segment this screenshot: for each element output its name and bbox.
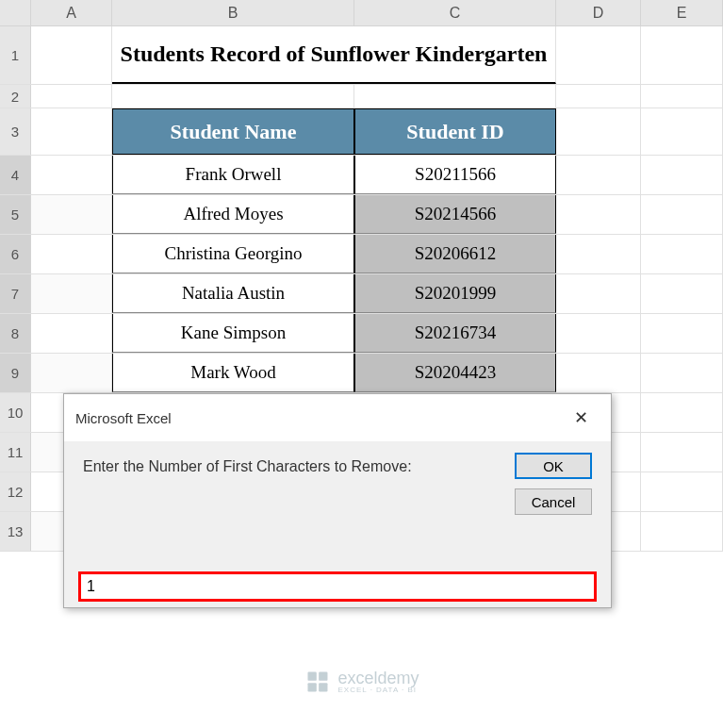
cell-A8[interactable] <box>31 314 112 353</box>
row-header-12[interactable]: 12 <box>0 472 31 511</box>
cell-D3[interactable] <box>556 108 641 155</box>
cell-id-3[interactable]: S20201999 <box>354 274 556 313</box>
cell-A9[interactable] <box>31 354 112 392</box>
cell-A2[interactable] <box>31 85 112 108</box>
cell-E2[interactable] <box>641 85 723 108</box>
row-header-13[interactable]: 13 <box>0 512 31 551</box>
cell-E6[interactable] <box>641 235 723 273</box>
cell-D2[interactable] <box>556 85 641 108</box>
cell-B2[interactable] <box>112 85 354 108</box>
cell-A3[interactable] <box>31 108 112 155</box>
svg-rect-0 <box>307 672 316 681</box>
row-header-6[interactable]: 6 <box>0 235 31 273</box>
row-header-11[interactable]: 11 <box>0 433 31 472</box>
cell-name-4[interactable]: Kane Simpson <box>112 314 354 353</box>
watermark-brand: exceldemy <box>337 670 419 687</box>
cell-E4[interactable] <box>641 156 723 194</box>
col-header-B[interactable]: B <box>112 0 354 25</box>
svg-rect-1 <box>319 672 327 681</box>
row-header-3[interactable]: 3 <box>0 108 31 155</box>
row-header-4[interactable]: 4 <box>0 156 31 194</box>
watermark-icon <box>304 669 330 695</box>
row-header-8[interactable]: 8 <box>0 314 31 353</box>
cell-E9[interactable] <box>641 354 723 392</box>
cell-D7[interactable] <box>556 274 641 313</box>
cell-A1[interactable] <box>31 26 112 84</box>
dialog-title-bar[interactable]: Microsoft Excel ✕ <box>64 394 611 441</box>
col-header-E[interactable]: E <box>641 0 723 25</box>
svg-rect-2 <box>307 683 316 691</box>
dialog-input[interactable] <box>78 571 597 602</box>
watermark-tagline: EXCEL · DATA · BI <box>337 687 419 694</box>
cell-C2[interactable] <box>354 85 556 108</box>
header-student-name[interactable]: Student Name <box>112 108 354 155</box>
cell-E3[interactable] <box>641 108 723 155</box>
ok-button[interactable]: OK <box>515 453 592 479</box>
header-student-id[interactable]: Student ID <box>354 108 556 155</box>
col-header-A[interactable]: A <box>31 0 112 25</box>
col-header-C[interactable]: C <box>354 0 556 25</box>
dialog-title: Microsoft Excel <box>75 410 172 426</box>
cell-E12[interactable] <box>641 472 723 511</box>
input-dialog: Microsoft Excel ✕ Enter the Number of Fi… <box>63 393 612 608</box>
cell-A6[interactable] <box>31 235 112 273</box>
cell-D6[interactable] <box>556 235 641 273</box>
column-headers-row: A B C D E <box>0 0 723 26</box>
row-header-10[interactable]: 10 <box>0 393 31 432</box>
cancel-button[interactable]: Cancel <box>515 488 592 515</box>
close-icon[interactable]: ✕ <box>562 404 600 432</box>
title-cell[interactable]: Students Record of Sunflower Kindergarte… <box>112 26 556 84</box>
cell-id-5[interactable]: S20204423 <box>354 354 556 392</box>
cell-D5[interactable] <box>556 195 641 234</box>
svg-rect-3 <box>319 683 327 691</box>
cell-id-2[interactable]: S20206612 <box>354 235 556 273</box>
cell-D4[interactable] <box>556 156 641 194</box>
cell-A7[interactable] <box>31 274 112 313</box>
cell-E10[interactable] <box>641 393 723 432</box>
cell-E5[interactable] <box>641 195 723 234</box>
cell-E13[interactable] <box>641 512 723 551</box>
watermark: exceldemy EXCEL · DATA · BI <box>304 669 419 695</box>
cell-id-0[interactable]: S20211566 <box>354 156 556 194</box>
cell-name-0[interactable]: Frank Orwell <box>112 156 354 194</box>
row-header-1[interactable]: 1 <box>0 26 31 84</box>
cell-D8[interactable] <box>556 314 641 353</box>
cell-name-1[interactable]: Alfred Moyes <box>112 195 354 234</box>
cell-D1[interactable] <box>556 26 641 84</box>
col-header-D[interactable]: D <box>556 0 641 25</box>
cell-E11[interactable] <box>641 433 723 472</box>
cell-D9[interactable] <box>556 354 641 392</box>
cell-E1[interactable] <box>641 26 723 84</box>
row-header-9[interactable]: 9 <box>0 354 31 392</box>
cell-name-2[interactable]: Christina Georgino <box>112 235 354 273</box>
row-header-2[interactable]: 2 <box>0 85 31 108</box>
cell-E7[interactable] <box>641 274 723 313</box>
cell-id-1[interactable]: S20214566 <box>354 195 556 234</box>
row-header-7[interactable]: 7 <box>0 274 31 313</box>
select-all-corner[interactable] <box>0 0 31 25</box>
row-header-5[interactable]: 5 <box>0 195 31 234</box>
cell-E8[interactable] <box>641 314 723 353</box>
cell-name-3[interactable]: Natalia Austin <box>112 274 354 313</box>
cell-id-4[interactable]: S20216734 <box>354 314 556 353</box>
cell-A4[interactable] <box>31 156 112 194</box>
cell-name-5[interactable]: Mark Wood <box>112 354 354 392</box>
cell-A5[interactable] <box>31 195 112 234</box>
